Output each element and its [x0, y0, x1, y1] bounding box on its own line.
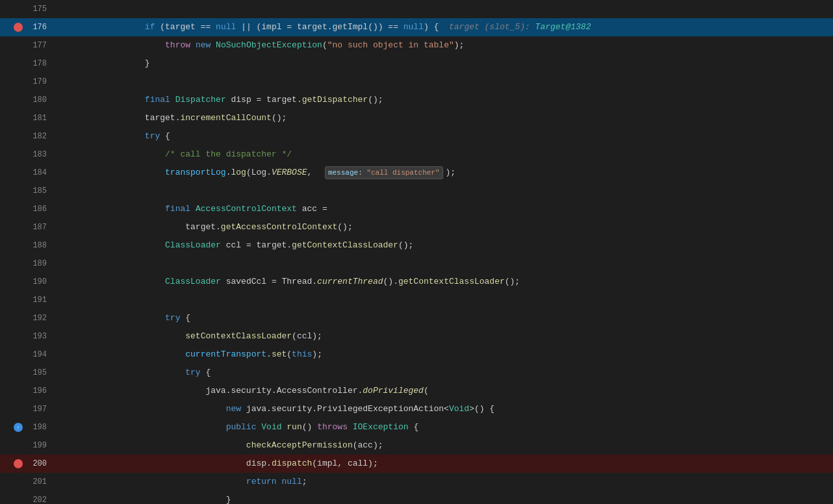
line-number-area: 184	[0, 168, 52, 177]
code-token: log	[231, 168, 246, 177]
line-number: 184	[27, 168, 47, 177]
line-number: 182	[27, 132, 47, 141]
line-number-area: 176	[0, 23, 52, 32]
line-number: 185	[27, 186, 47, 195]
line-number-area: 186	[0, 205, 52, 214]
line-number-area: 175	[0, 5, 52, 14]
line-number-area: 193	[0, 332, 52, 341]
code-token	[104, 277, 165, 286]
code-token: currentThread	[317, 277, 383, 286]
line-number-area: ↑ 198	[0, 423, 52, 432]
code-token: getContextClassLoader	[398, 277, 505, 286]
code-token: ClassLoader	[165, 240, 221, 250]
line-number-area: 200	[0, 459, 52, 468]
line-number: 183	[27, 150, 47, 159]
line-number: 199	[27, 441, 47, 450]
code-token: VERBOSE	[272, 168, 307, 177]
line-number: 194	[27, 350, 47, 359]
breakpoint-icon	[14, 459, 23, 468]
line-number-area: 182	[0, 132, 52, 141]
line-number-area: 194	[0, 350, 52, 359]
line-number: 176	[27, 23, 47, 32]
hint-bubble: message: "call dispatcher"	[325, 166, 443, 179]
line-number-area: 188	[0, 241, 52, 250]
line-number-area: 189	[0, 259, 52, 268]
code-lines: 175 176 if (target == null || (impl = ta…	[0, 0, 833, 504]
line-number: 195	[27, 368, 47, 377]
code-editor: 175 176 if (target == null || (impl = ta…	[0, 0, 833, 504]
code-token: ClassLoader	[165, 277, 221, 286]
code-token	[104, 240, 165, 250]
code-token	[104, 168, 165, 177]
line-number: 177	[27, 41, 47, 50]
code-token: ();	[505, 277, 520, 286]
line-number-area: 196	[0, 386, 52, 396]
line-number: 201	[27, 477, 47, 486]
breakpoint-area	[12, 459, 25, 468]
code-token: ,	[307, 168, 322, 177]
line-number-area: 190	[0, 277, 52, 286]
line-number-area: 195	[0, 368, 52, 377]
code-token: ();	[398, 240, 413, 250]
line-number-area: 183	[0, 150, 52, 159]
code-token: );	[446, 168, 456, 177]
line-number: 197	[27, 405, 47, 414]
line-number-area: 178	[0, 59, 52, 68]
line-number: 181	[27, 114, 47, 123]
line-number-area: 202	[0, 496, 52, 504]
line-number: 200	[27, 459, 47, 468]
line-number-area: 192	[0, 314, 52, 323]
line-number: 188	[27, 241, 47, 250]
table-row: 188 ClassLoader ccl = target.getContextC…	[0, 236, 833, 255]
breakpoint-icon	[14, 23, 23, 32]
line-number: 178	[27, 59, 47, 68]
line-number: 189	[27, 259, 47, 268]
code-token: savedCcl = Thread.	[221, 277, 317, 286]
code-token: }	[104, 58, 149, 68]
line-number: 187	[27, 223, 47, 232]
code-token: ccl = target.	[221, 240, 292, 250]
line-number: 186	[27, 205, 47, 214]
line-number: 202	[27, 496, 47, 504]
line-number: 196	[27, 386, 47, 396]
code-token: }	[104, 495, 231, 504]
table-row: 202 }	[0, 491, 833, 504]
code-token: (Log.	[246, 168, 272, 177]
line-number-area: 187	[0, 223, 52, 232]
code-token: getContextClassLoader	[292, 240, 398, 250]
step-icon: ↑	[14, 423, 23, 432]
table-row: 178 }	[0, 55, 833, 73]
line-number-area: 201	[0, 477, 52, 486]
code-content: }	[61, 473, 833, 504]
line-number: 193	[27, 332, 47, 341]
table-row: 184 transportLog.log(Log.VERBOSE, messag…	[0, 164, 833, 182]
line-number-area: 191	[0, 296, 52, 305]
line-number-area: 185	[0, 186, 52, 195]
line-number: 192	[27, 314, 47, 323]
line-number: 191	[27, 296, 47, 305]
code-token: ().	[383, 277, 398, 286]
line-number-area: 179	[0, 77, 52, 86]
line-number: 180	[27, 95, 47, 105]
line-number-area: 197	[0, 405, 52, 414]
breakpoint-area	[12, 23, 25, 32]
line-number: 190	[27, 277, 47, 286]
code-token: transportLog	[165, 168, 226, 177]
line-number: 198	[27, 423, 47, 432]
line-number: 175	[27, 5, 47, 14]
table-row: 190 ClassLoader savedCcl = Thread.curren…	[0, 273, 833, 291]
line-number-area: 180	[0, 95, 52, 105]
line-number-area: 177	[0, 41, 52, 50]
breakpoint-area: ↑	[12, 423, 25, 432]
line-number-area: 199	[0, 441, 52, 450]
line-number-area: 181	[0, 114, 52, 123]
line-number: 179	[27, 77, 47, 86]
